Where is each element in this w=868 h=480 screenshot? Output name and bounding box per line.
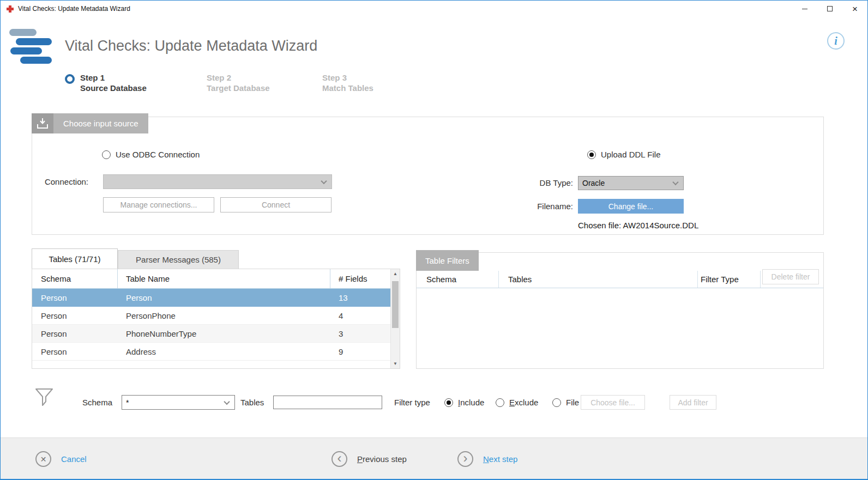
schema-filter-value: * <box>126 398 129 407</box>
cancel-button[interactable]: ✕ Cancel <box>35 451 87 467</box>
exclude-radio[interactable]: Exclude <box>496 398 538 407</box>
chevron-down-icon <box>224 398 230 404</box>
file-radio-label: File <box>566 398 579 407</box>
schema-filter-label: Schema <box>82 395 112 410</box>
filter-funnel-icon <box>34 387 54 410</box>
cell-fields: 9 <box>330 347 391 356</box>
window-controls: × <box>792 1 867 17</box>
cancel-circle-icon: ✕ <box>35 451 51 467</box>
odbc-connection-radio[interactable]: Use ODBC Connection <box>102 150 200 159</box>
close-button[interactable]: × <box>842 1 867 17</box>
step-indicator: Step 1 Source Database Step 2 Target Dat… <box>65 72 556 96</box>
step-3-num: Step 3 <box>322 72 373 83</box>
change-file-button[interactable]: Change file... <box>578 199 684 214</box>
tables-filter-label: Tables <box>240 395 264 410</box>
step-2: Step 2 Target Database <box>207 72 270 93</box>
tab-parser-messages[interactable]: Parser Messages (585) <box>118 250 239 269</box>
cell-fields: 4 <box>330 311 391 320</box>
tables-section: Tables (71/71) Parser Messages (585) Sch… <box>32 248 400 369</box>
radio-icon <box>102 150 111 159</box>
column-header-schema[interactable]: Schema <box>426 271 456 288</box>
odbc-connection-radio-label: Use ODBC Connection <box>116 150 200 159</box>
exclude-radio-label: Exclude <box>509 398 538 407</box>
header-underline <box>417 288 823 288</box>
radio-icon <box>496 398 504 407</box>
radio-icon <box>552 398 561 407</box>
scrollbar-thumb[interactable] <box>392 281 399 328</box>
manage-connections-button[interactable]: Manage connections... <box>103 197 214 212</box>
cell-schema: Person <box>32 329 117 338</box>
logo-bar <box>10 47 42 54</box>
minimize-button[interactable] <box>792 1 817 17</box>
next-step-button[interactable]: › Next step <box>457 451 517 467</box>
table-row[interactable]: Person Address 9 <box>32 343 400 361</box>
filter-bar: Schema * Tables Filter type Include Excl… <box>32 385 824 418</box>
app-logo <box>8 29 54 68</box>
table-row[interactable]: Person PersonPhone 4 <box>32 307 400 325</box>
filename-label: Filename: <box>512 199 573 214</box>
column-header-filter-type[interactable]: Filter Type <box>701 271 739 288</box>
cell-table-name: Address <box>117 347 330 356</box>
tables-grid-header: Schema Table Name # Fields <box>32 269 400 289</box>
schema-filter-select[interactable]: * <box>122 395 235 410</box>
chosen-file-text: Chosen file: AW2014Source.DDL <box>578 221 698 230</box>
column-header-table-name[interactable]: Table Name <box>117 269 330 288</box>
info-icon[interactable]: i <box>827 32 845 50</box>
connect-button[interactable]: Connect <box>220 197 331 212</box>
maximize-icon <box>827 6 833 11</box>
step-1: Step 1 Source Database <box>65 72 147 93</box>
page-title: Vital Checks: Update Metadata Wizard <box>65 38 317 54</box>
footer-bar: ✕ Cancel ‹ Previous step › Next step <box>1 438 867 479</box>
column-header-tables[interactable]: Tables <box>508 271 532 288</box>
table-filters-panel: Table Filters Schema Tables Filter Type … <box>416 252 824 369</box>
include-radio-label: Include <box>458 398 484 407</box>
column-separator <box>330 269 330 288</box>
cell-schema: Person <box>32 311 117 320</box>
column-header-fields[interactable]: # Fields <box>330 269 391 288</box>
cell-fields: 3 <box>330 329 391 338</box>
radio-icon-checked <box>444 398 453 407</box>
choose-file-button[interactable]: Choose file... <box>581 395 645 410</box>
db-type-select-value: Oracle <box>582 179 605 187</box>
connection-label: Connection: <box>32 174 88 189</box>
next-step-label: Next step <box>483 454 517 464</box>
scroll-down-icon[interactable]: ▼ <box>391 359 400 368</box>
logo-bar <box>20 57 52 64</box>
upload-ddl-radio[interactable]: Upload DDL File <box>587 150 661 159</box>
app-window: { "titlebar": { "title": "Vital Checks: … <box>0 0 868 480</box>
connection-select[interactable] <box>103 174 332 189</box>
tables-filter-input[interactable] <box>273 396 382 409</box>
db-type-select[interactable]: Oracle <box>578 176 684 190</box>
include-radio[interactable]: Include <box>444 398 484 407</box>
table-row[interactable]: Person PhoneNumberType 3 <box>32 325 400 343</box>
cell-table-name: Person <box>117 293 330 302</box>
input-source-panel: Choose input source Use ODBC Connection … <box>32 117 824 235</box>
step-3: Step 3 Match Tables <box>322 72 373 93</box>
radio-icon-checked <box>587 150 596 159</box>
chevron-down-icon <box>321 178 327 184</box>
window-title: Vital Checks: Update Metadata Wizard <box>18 5 130 13</box>
cell-fields: 13 <box>330 293 391 302</box>
vertical-scrollbar[interactable]: ▲ ▼ <box>390 269 400 368</box>
download-icon <box>32 113 53 133</box>
column-separator <box>498 271 499 288</box>
maximize-button[interactable] <box>817 1 842 17</box>
add-filter-button[interactable]: Add filter <box>670 395 716 410</box>
column-separator <box>760 271 761 288</box>
file-radio[interactable]: File <box>552 398 579 407</box>
logo-bar <box>16 38 52 45</box>
delete-filter-button[interactable]: Delete filter <box>762 269 819 284</box>
table-filters-panel-title: Table Filters <box>416 250 479 271</box>
previous-step-label: Previous step <box>357 454 407 464</box>
tables-tab-strip: Tables (71/71) Parser Messages (585) <box>32 248 400 269</box>
close-icon: × <box>852 4 858 14</box>
tab-tables[interactable]: Tables (71/71) <box>32 248 118 269</box>
previous-step-button[interactable]: ‹ Previous step <box>331 451 407 467</box>
column-separator <box>697 271 698 288</box>
logo-bar <box>9 29 37 36</box>
column-header-schema[interactable]: Schema <box>32 269 117 288</box>
table-row[interactable]: Person Person 13 <box>32 289 400 307</box>
scroll-up-icon[interactable]: ▲ <box>391 269 400 278</box>
cell-table-name: PersonPhone <box>117 311 330 320</box>
step-3-name: Match Tables <box>322 83 373 93</box>
